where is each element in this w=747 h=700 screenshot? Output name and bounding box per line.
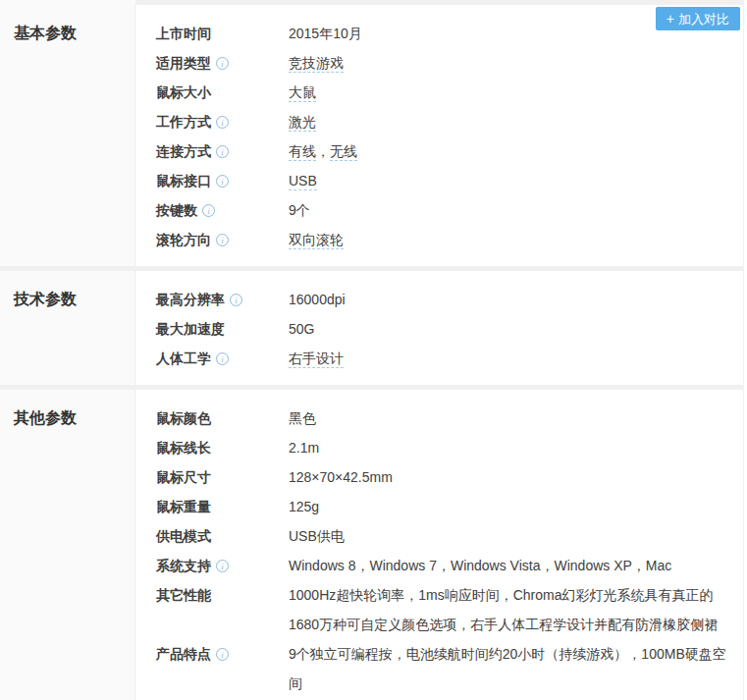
spec-label-text: 适用类型 bbox=[156, 55, 211, 71]
spec-value: 双向滚轮 bbox=[289, 225, 728, 254]
spec-value: 16000dpi bbox=[289, 285, 728, 314]
spec-label-text: 鼠标重量 bbox=[156, 499, 211, 514]
spec-value-text: USB供电 bbox=[289, 528, 345, 544]
section-rows: 鼠标颜色 黑色 鼠标线长 2.1m 鼠标尺寸 128×70×42.5mm 鼠标重… bbox=[135, 390, 743, 700]
spec-section: 基本参数 上市时间 2015年10月 适用类型i 竞技游戏 鼠标大小 大鼠 工作… bbox=[0, 5, 743, 266]
spec-row: 工作方式i 激光 bbox=[156, 107, 728, 136]
spec-value: 大鼠 bbox=[289, 78, 728, 107]
info-icon[interactable]: i bbox=[216, 234, 229, 246]
spec-label: 工作方式i bbox=[156, 107, 289, 136]
info-icon[interactable]: i bbox=[216, 145, 229, 158]
spec-label-text: 按键数 bbox=[156, 202, 197, 218]
spec-label-text: 供电模式 bbox=[156, 528, 211, 544]
spec-value: 125g bbox=[289, 492, 728, 521]
spec-label: 鼠标接口i bbox=[156, 166, 289, 195]
spec-label-text: 产品特点 bbox=[156, 646, 211, 662]
spec-row: 系统支持i Windows 8，Windows 7，Windows Vista，… bbox=[156, 551, 728, 580]
spec-label-text: 最高分辨率 bbox=[156, 292, 225, 307]
spec-value: 9个独立可编程按，电池续航时间约20小时（持续游戏），100MB硬盘空间 bbox=[289, 639, 728, 698]
spec-row: 上市时间 2015年10月 bbox=[156, 19, 728, 48]
spec-label: 鼠标线长 bbox=[156, 433, 289, 462]
spec-row: 按键数i 9个 bbox=[156, 195, 728, 225]
spec-value-link[interactable]: 无线 bbox=[330, 143, 357, 161]
spec-section: 其他参数 鼠标颜色 黑色 鼠标线长 2.1m 鼠标尺寸 128×70×42.5m… bbox=[0, 390, 743, 700]
spec-row: 鼠标尺寸 128×70×42.5mm bbox=[156, 462, 728, 492]
spec-row: 产品特点i 9个独立可编程按，电池续航时间约20小时（持续游戏），100MB硬盘… bbox=[156, 639, 728, 698]
spec-label-text: 鼠标接口 bbox=[156, 173, 211, 188]
section-title: 技术参数 bbox=[14, 285, 134, 314]
spec-value: 右手设计 bbox=[289, 344, 728, 373]
spec-label: 按键数i bbox=[156, 195, 289, 225]
spec-value-text: ， bbox=[316, 143, 330, 159]
spec-value-text: 9个 bbox=[289, 202, 310, 218]
spec-label: 最大加速度 bbox=[156, 314, 289, 344]
spec-row: 鼠标接口i USB bbox=[156, 166, 728, 195]
spec-value: USB供电 bbox=[289, 521, 728, 551]
spec-value-text: 50G bbox=[289, 321, 314, 337]
spec-value: 2.1m bbox=[289, 433, 728, 462]
spec-row: 滚轮方向i 双向滚轮 bbox=[156, 225, 728, 254]
info-icon[interactable]: i bbox=[202, 204, 215, 217]
spec-label: 鼠标重量 bbox=[156, 492, 289, 521]
spec-row: 其它性能 1000Hz超快轮询率，1ms响应时间，Chroma幻彩灯光系统具有真… bbox=[156, 580, 728, 639]
spec-row: 供电模式 USB供电 bbox=[156, 521, 728, 551]
spec-label-text: 其它性能 bbox=[156, 587, 211, 603]
spec-value: 黑色 bbox=[289, 404, 728, 433]
add-to-compare-button[interactable]: +加入对比 bbox=[656, 7, 740, 30]
spec-label: 鼠标大小 bbox=[156, 78, 289, 107]
spec-row: 鼠标重量 125g bbox=[156, 492, 728, 521]
spec-value: 激光 bbox=[289, 107, 728, 136]
spec-label-text: 人体工学 bbox=[156, 350, 211, 366]
spec-value-link[interactable]: 大鼠 bbox=[289, 84, 316, 102]
spec-label-text: 上市时间 bbox=[156, 26, 211, 41]
spec-value-text: Windows 8，Windows 7，Windows Vista，Window… bbox=[289, 558, 671, 573]
info-icon[interactable]: i bbox=[216, 352, 229, 365]
spec-value-link[interactable]: 激光 bbox=[289, 114, 316, 132]
section-rows: 最高分辨率i 16000dpi 最大加速度 50G 人体工学i 右手设计 bbox=[135, 271, 743, 385]
section-title: 基本参数 bbox=[14, 19, 134, 48]
info-icon[interactable]: i bbox=[216, 560, 229, 572]
spec-label-text: 系统支持 bbox=[156, 558, 211, 573]
spec-value-text: 9个独立可编程按，电池续航时间约20小时（持续游戏），100MB硬盘空间 bbox=[289, 646, 726, 691]
section-rows: 上市时间 2015年10月 适用类型i 竞技游戏 鼠标大小 大鼠 工作方式i 激… bbox=[135, 5, 743, 266]
spec-row: 鼠标颜色 黑色 bbox=[156, 404, 728, 433]
spec-value-text: 2.1m bbox=[289, 440, 319, 456]
info-icon[interactable]: i bbox=[230, 294, 242, 306]
spec-value-text: 黑色 bbox=[289, 410, 316, 426]
info-icon[interactable]: i bbox=[216, 116, 229, 129]
spec-value-link[interactable]: 双向滚轮 bbox=[289, 232, 344, 249]
spec-value: 128×70×42.5mm bbox=[289, 462, 728, 492]
info-icon[interactable]: i bbox=[216, 57, 229, 70]
spec-label: 适用类型i bbox=[156, 48, 289, 78]
spec-value: 1000Hz超快轮询率，1ms响应时间，Chroma幻彩灯光系统具有真正的168… bbox=[289, 580, 728, 639]
spec-label-text: 鼠标尺寸 bbox=[156, 469, 211, 485]
spec-value-link[interactable]: 右手设计 bbox=[289, 350, 344, 368]
info-icon[interactable]: i bbox=[216, 175, 229, 188]
spec-value: 竞技游戏 bbox=[289, 48, 728, 78]
spec-label-text: 滚轮方向 bbox=[156, 232, 211, 247]
spec-label-text: 鼠标线长 bbox=[156, 440, 211, 456]
spec-value-text: 128×70×42.5mm bbox=[289, 469, 393, 485]
spec-value-text: 16000dpi bbox=[289, 292, 346, 307]
spec-value: 50G bbox=[289, 314, 728, 344]
spec-value-link[interactable]: 竞技游戏 bbox=[289, 55, 344, 73]
spec-page: 基本参数 上市时间 2015年10月 适用类型i 竞技游戏 鼠标大小 大鼠 工作… bbox=[0, 0, 744, 700]
add-to-compare-label: 加入对比 bbox=[678, 12, 729, 27]
spec-row: 鼠标大小 大鼠 bbox=[156, 78, 728, 107]
spec-label-text: 鼠标颜色 bbox=[156, 410, 211, 426]
spec-value: 9个 bbox=[289, 195, 728, 225]
spec-value: 有线，无线 bbox=[289, 136, 728, 166]
spec-row: 最高分辨率i 16000dpi bbox=[156, 285, 728, 314]
spec-row: 连接方式i 有线，无线 bbox=[156, 136, 728, 166]
spec-table: 基本参数 上市时间 2015年10月 适用类型i 竞技游戏 鼠标大小 大鼠 工作… bbox=[0, 5, 743, 700]
spec-label: 鼠标颜色 bbox=[156, 404, 289, 433]
spec-value-link[interactable]: 有线 bbox=[289, 143, 316, 161]
spec-value: Windows 8，Windows 7，Windows Vista，Window… bbox=[289, 551, 728, 580]
spec-value-text: 125g bbox=[289, 499, 319, 514]
spec-label: 供电模式 bbox=[156, 521, 289, 551]
spec-label: 连接方式i bbox=[156, 136, 289, 166]
plus-icon: + bbox=[667, 11, 674, 27]
spec-value-link[interactable]: USB bbox=[289, 173, 317, 190]
info-icon[interactable]: i bbox=[216, 648, 229, 661]
spec-label: 滚轮方向i bbox=[156, 225, 289, 254]
